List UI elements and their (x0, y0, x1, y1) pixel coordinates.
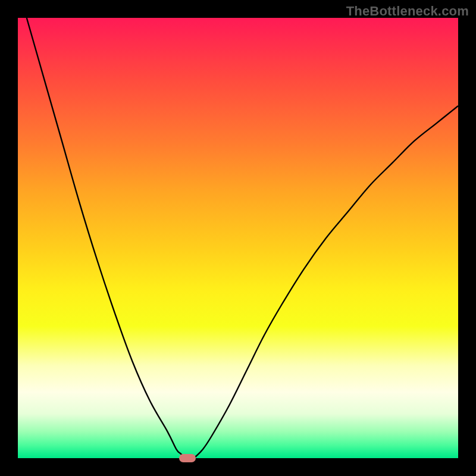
chart-frame: TheBottleneck.com (0, 0, 476, 476)
watermark-text: TheBottleneck.com (346, 4, 469, 19)
curve-right-branch (194, 106, 458, 458)
curve-layer (18, 18, 458, 458)
min-point-marker (179, 454, 196, 462)
curve-left-branch (27, 18, 185, 458)
